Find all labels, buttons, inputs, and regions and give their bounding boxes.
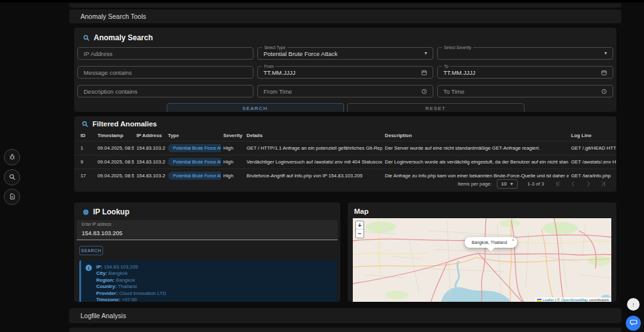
result-line: City: Bangkok [96, 270, 185, 277]
filtered-anomalies-title-text: Filtered Anomalies [92, 120, 157, 128]
to-date-label: To [442, 64, 450, 69]
cell-id: 1 [74, 141, 95, 155]
cell-description: Der Loginversuch wurde als verdächtig ei… [382, 155, 569, 169]
select-severity-dropdown[interactable]: Select Severity ▾ [437, 47, 613, 60]
to-date-input[interactable]: To TT.MM.JJJJ [437, 66, 613, 79]
next-page-icon[interactable] [586, 181, 591, 187]
form-actions: SEARCH RESET [77, 103, 613, 112]
col-type: Type [165, 130, 221, 141]
select-type-label: Select Type [262, 45, 287, 50]
cell-type: Potential Brute Force Attack [165, 155, 221, 169]
zoom-out-button[interactable]: − [356, 230, 364, 238]
sidebar-search-button[interactable] [4, 169, 20, 185]
reset-button[interactable]: RESET [347, 103, 525, 112]
anomaly-search-card: Anomaly Search IP Address Select Type Po… [74, 28, 616, 112]
sidebar-anomaly-button[interactable] [4, 149, 20, 165]
ip-lookup-result: i IP: 154.83.103.205 City: Bangkok Regio… [79, 260, 337, 302]
cell-type: Potential Brute Force Attack [165, 141, 221, 155]
select-severity-label: Select Severity [442, 45, 473, 50]
map-zoom-control: + − [355, 221, 364, 238]
magnifier-icon [82, 121, 89, 128]
to-date-value: TT.MM.JJJJ [443, 69, 475, 76]
col-timestamp: Timestamp [95, 130, 134, 141]
cell-details: GET / HTTP/1.1 Anfrage an ein potenziell… [244, 141, 382, 155]
from-time-placeholder: From Time [264, 88, 292, 95]
ip-lookup-input[interactable]: Enter IP address 154.83.103.205 [77, 220, 338, 240]
type-chip: Potential Brute Force Attack [168, 144, 221, 152]
search-icon [9, 172, 16, 183]
from-time-input[interactable]: From Time [257, 85, 433, 97]
from-date-label: From [262, 64, 275, 69]
map-attribution: Leaflet | © OpenStreetMap contributors [535, 297, 611, 302]
items-per-page-label: Items per page: [458, 181, 492, 187]
chat-widget-button[interactable] [626, 316, 641, 331]
ip-lookup-input-value: 154.83.103.205 [82, 230, 123, 236]
ip-lookup-search-button[interactable]: SEARCH [79, 246, 103, 255]
ip-address-input[interactable]: IP Address [77, 47, 253, 60]
map-popup: Bangkok, Thailand × [465, 237, 517, 248]
next-panel-edge [69, 328, 621, 332]
result-line: Country: Thailand [96, 284, 185, 290]
anomaly-search-title-text: Anomaly Search [94, 33, 153, 42]
to-time-placeholder: To Time [443, 88, 464, 95]
ip-lookup-input-label: Enter IP address [82, 222, 333, 226]
cell-timestamp: 09.04.2025, 08:54:22 [95, 141, 134, 155]
leaflet-link[interactable]: Leaflet [543, 298, 554, 302]
cell-ip: 154.83.103.205 [134, 141, 165, 155]
cell-id: 9 [74, 155, 95, 169]
flag-icon [537, 299, 541, 302]
bug-icon [9, 152, 16, 163]
top-edge-bar [0, 0, 644, 3]
ip-address-placeholder: IP Address [84, 50, 113, 57]
ip-lookup-result-lines: IP: 154.83.103.205 City: Bangkok Region:… [96, 264, 185, 302]
description-contains-input[interactable]: Description contains [77, 85, 253, 97]
message-contains-placeholder: Message contains [84, 69, 132, 76]
zoom-in-button[interactable]: + [356, 221, 364, 230]
col-logline: Log Line [569, 130, 616, 141]
calendar-icon[interactable] [601, 70, 607, 75]
page-range-label: 1-3 of 3 [528, 181, 544, 187]
filtered-anomalies-card: Filtered Anomalies ID Timestamp IP Addre… [74, 116, 616, 192]
close-icon[interactable]: × [512, 238, 514, 242]
cell-logline: GET /.git/HEAD HTTP/1.1 [569, 141, 616, 155]
col-details: Details [244, 130, 382, 141]
globe-icon [82, 209, 89, 216]
map-canvas[interactable]: + − Bangkok, Thailand × Leaflet | © Open… [353, 218, 611, 302]
first-page-icon[interactable] [555, 181, 561, 187]
cell-logline: GET /awstats/.env HTTP/1.1 [569, 155, 616, 169]
to-time-input[interactable]: To Time [437, 85, 613, 97]
table-row: 9 09.04.2025, 08:54:29 154.83.103.205 Po… [74, 155, 616, 169]
sidebar-logfile-button[interactable] [4, 189, 20, 205]
panel-header-logfile-analysis[interactable]: Logfile Analysis [69, 308, 621, 323]
cell-severity: High [221, 155, 244, 169]
message-contains-input[interactable]: Message contains [77, 66, 253, 79]
result-line: Provider: Cloud Innovation LTD [96, 290, 185, 297]
cell-ip: 154.83.103.205 [134, 155, 165, 169]
calendar-icon[interactable] [421, 70, 427, 75]
table-header-row: ID Timestamp IP Address Type Severity De… [74, 130, 616, 141]
table-row: 1 09.04.2025, 08:54:22 154.83.103.205 Po… [74, 141, 616, 155]
col-id: ID [74, 130, 95, 141]
previous-page-icon[interactable] [570, 181, 576, 187]
previous-panel-edge [69, 3, 621, 8]
from-date-input[interactable]: From TT.MM.JJJJ [257, 66, 433, 79]
panel-header-label: Anomaly Search Tools [80, 13, 146, 20]
page-size-select[interactable]: 10 ▾ [497, 179, 518, 189]
paginator-nav [555, 181, 606, 187]
osm-link[interactable]: OpenStreetMap [561, 298, 587, 302]
cell-timestamp: 09.04.2025, 08:54:29 [95, 155, 134, 169]
search-button[interactable]: SEARCH [167, 103, 344, 112]
description-contains-placeholder: Description contains [84, 88, 138, 95]
clock-icon[interactable] [601, 89, 607, 94]
up-arrow-icon: ↑ [632, 301, 635, 308]
last-page-icon[interactable] [601, 181, 606, 187]
clock-icon[interactable] [421, 89, 427, 94]
select-type-dropdown[interactable]: Select Type Potential Brute Force Attack… [257, 47, 433, 60]
col-ip: IP Address [134, 130, 165, 141]
page-size-value: 10 [501, 181, 507, 187]
scroll-to-top-button[interactable]: ↑ [627, 298, 640, 311]
ip-lookup-title: IP Lookup [77, 208, 338, 216]
anomaly-search-form: IP Address Select Type Potential Brute F… [77, 47, 613, 97]
col-description: Description [382, 130, 569, 141]
panel-header-anomaly-search-tools[interactable]: Anomaly Search Tools [69, 9, 621, 23]
